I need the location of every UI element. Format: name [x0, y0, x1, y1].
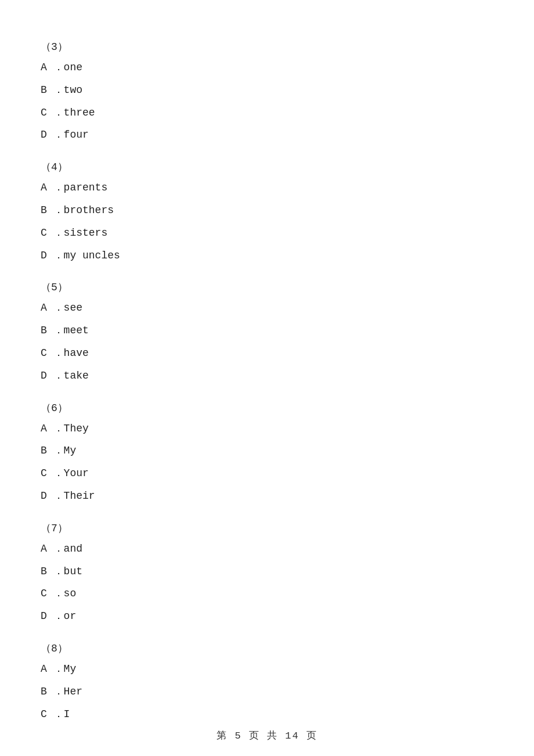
- page-footer: 第 5 页 共 14 页: [0, 729, 534, 742]
- option-q6-d[interactable]: D ．Their: [41, 488, 493, 505]
- option-q8-a[interactable]: A ．My: [41, 661, 493, 678]
- option-q8-b[interactable]: B ．Her: [41, 683, 493, 700]
- option-q8-c[interactable]: C ．I: [41, 706, 493, 723]
- option-q3-c[interactable]: C ．three: [41, 105, 493, 121]
- option-q4-b[interactable]: B ．brothers: [41, 202, 493, 219]
- question-number-q4: （4）: [41, 160, 493, 174]
- option-q5-a[interactable]: A ．see: [41, 300, 493, 316]
- question-number-q3: （3）: [41, 39, 493, 53]
- option-q6-b[interactable]: B ．My: [41, 442, 493, 459]
- option-q6-c[interactable]: C ．Your: [41, 465, 493, 482]
- option-q7-c[interactable]: C ．so: [41, 585, 493, 602]
- question-block-q8: （8）A ．MyB ．HerC ．I: [41, 641, 493, 722]
- question-number-q5: （5）: [41, 280, 493, 294]
- option-q7-b[interactable]: B ．but: [41, 563, 493, 580]
- question-block-q3: （3）A ．oneB ．twoC ．threeD ．four: [41, 39, 493, 143]
- option-q3-b[interactable]: B ．two: [41, 82, 493, 99]
- question-number-q7: （7）: [41, 521, 493, 535]
- question-number-q8: （8）: [41, 641, 493, 655]
- option-q7-a[interactable]: A ．and: [41, 541, 493, 557]
- option-q4-a[interactable]: A ．parents: [41, 179, 493, 196]
- question-number-q6: （6）: [41, 401, 493, 415]
- option-q4-c[interactable]: C ．sisters: [41, 225, 493, 242]
- option-q7-d[interactable]: D ．or: [41, 608, 493, 625]
- option-q5-d[interactable]: D ．take: [41, 368, 493, 384]
- question-block-q5: （5）A ．seeB ．meetC ．haveD ．take: [41, 280, 493, 384]
- option-q5-b[interactable]: B ．meet: [41, 322, 493, 339]
- option-q5-c[interactable]: C ．have: [41, 345, 493, 362]
- question-block-q7: （7）A ．andB ．butC ．soD ．or: [41, 521, 493, 625]
- option-q6-a[interactable]: A ．They: [41, 420, 493, 437]
- option-q3-d[interactable]: D ．four: [41, 127, 493, 143]
- question-block-q6: （6）A ．TheyB ．MyC ．YourD ．Their: [41, 401, 493, 505]
- question-block-q4: （4）A ．parentsB ．brothersC ．sistersD ．my …: [41, 160, 493, 264]
- option-q3-a[interactable]: A ．one: [41, 59, 493, 76]
- option-q4-d[interactable]: D ．my uncles: [41, 247, 493, 264]
